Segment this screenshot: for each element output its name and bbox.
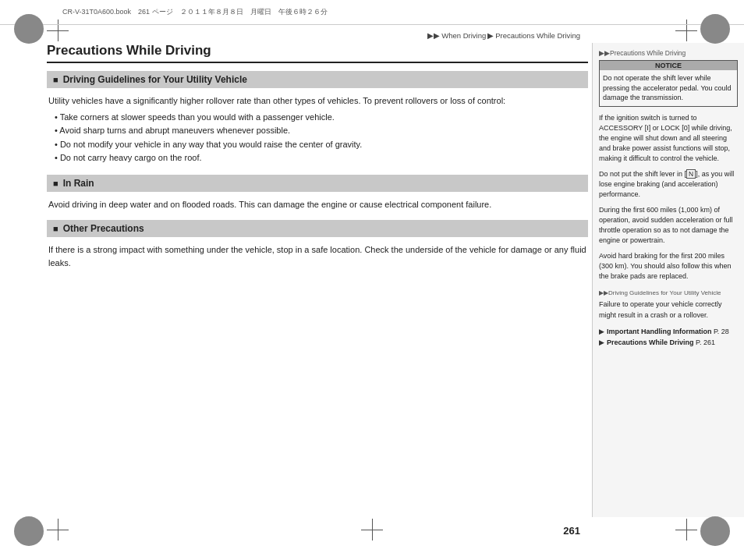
link2-arrow: ▶	[599, 337, 604, 348]
link1-bold: Important Handling Information	[607, 328, 712, 335]
section-body-in-rain: Avoid driving in deep water and on flood…	[47, 198, 588, 211]
breadcrumb: ▶▶ When Driving ▶ Precautions While Driv…	[427, 31, 580, 40]
section-header-other-precautions: Other Precautions	[47, 220, 588, 237]
corner-decoration-bl	[14, 516, 44, 546]
sidebar-section1-label: ▶▶Precautions While Driving	[599, 49, 738, 57]
breadcrumb-part1: When Driving	[441, 31, 486, 40]
notice-title: NOTICE	[600, 61, 737, 70]
sidebar-link1: ▶ Important Handling Information P. 28	[599, 326, 738, 337]
sidebar-para1: If the ignition switch is turned to ACCE…	[599, 113, 738, 164]
section-body-driving-guidelines: Utility vehicles have a significantly hi…	[47, 94, 588, 165]
notice-box: NOTICE Do not operate the shift lever wh…	[599, 60, 738, 107]
bullet-2: Avoid sharp turns and abrupt maneuvers w…	[55, 124, 586, 138]
section-title-in-rain: In Rain	[63, 178, 94, 189]
page-number: 261	[563, 525, 580, 537]
crosshair-bm	[361, 519, 383, 541]
notice-body: Do not operate the shift lever while pre…	[600, 70, 737, 106]
corner-decoration-tl	[14, 14, 44, 44]
sidebar-section2-label: ▶▶Driving Guidelines for Your Utility Ve…	[599, 289, 738, 296]
sidebar-para3: During the first 600 miles (1,000 km) of…	[599, 205, 738, 246]
sidebar-para4: Avoid hard braking for the first 200 mil…	[599, 251, 738, 282]
top-metadata-bar: CR-V-31T0A600.book 261 ページ ２０１１年８月８日 月曜日…	[0, 0, 744, 25]
driving-guidelines-bullets: Take corners at slower speeds than you w…	[48, 111, 586, 165]
crosshair-br	[675, 519, 697, 541]
bullet-1: Take corners at slower speeds than you w…	[55, 111, 586, 125]
driving-guidelines-intro: Utility vehicles have a significantly hi…	[48, 94, 586, 108]
link2-page: P. 261	[696, 338, 715, 346]
in-rain-body: Avoid driving in deep water and on flood…	[48, 198, 586, 211]
breadcrumb-arrow2: ▶	[487, 31, 494, 40]
link1-page: P. 28	[714, 328, 729, 335]
other-precautions-body: If there is a strong impact with somethi…	[48, 243, 586, 269]
link1-text: Important Handling Information P. 28	[607, 326, 729, 337]
link2-text: Precautions While Driving P. 261	[607, 337, 715, 348]
link1-arrow: ▶	[599, 326, 604, 337]
sidebar-failure-text: Failure to operate your vehicle correctl…	[599, 299, 738, 320]
section-header-driving-guidelines: Driving Guidelines for Your Utility Vehi…	[47, 71, 588, 88]
breadcrumb-arrow1: ▶▶	[427, 31, 440, 40]
crosshair-bl	[47, 519, 69, 541]
section-body-other-precautions: If there is a strong impact with somethi…	[47, 243, 588, 269]
metadata-text: CR-V-31T0A600.book 261 ページ ２０１１年８月８日 月曜日…	[62, 7, 328, 17]
link2-bold: Precautions While Driving	[607, 338, 694, 346]
bullet-4: Do not carry heavy cargo on the roof.	[55, 151, 586, 165]
bullet-3: Do not modify your vehicle in any way th…	[55, 138, 586, 152]
sidebar-para2: Do not put the shift lever in [N], as yo…	[599, 169, 738, 200]
corner-decoration-br	[700, 516, 730, 546]
main-content: Precautions While Driving Driving Guidel…	[47, 43, 588, 517]
section-title-driving-guidelines: Driving Guidelines for Your Utility Vehi…	[63, 74, 247, 85]
page-title: Precautions While Driving	[47, 43, 588, 63]
breadcrumb-part2: Precautions While Driving	[495, 31, 580, 40]
corner-decoration-tr	[700, 14, 730, 44]
sidebar-link2: ▶ Precautions While Driving P. 261	[599, 337, 738, 348]
right-sidebar: ▶▶Precautions While Driving NOTICE Do no…	[592, 43, 744, 517]
section-header-in-rain: In Rain	[47, 175, 588, 192]
section-title-other-precautions: Other Precautions	[63, 223, 144, 234]
